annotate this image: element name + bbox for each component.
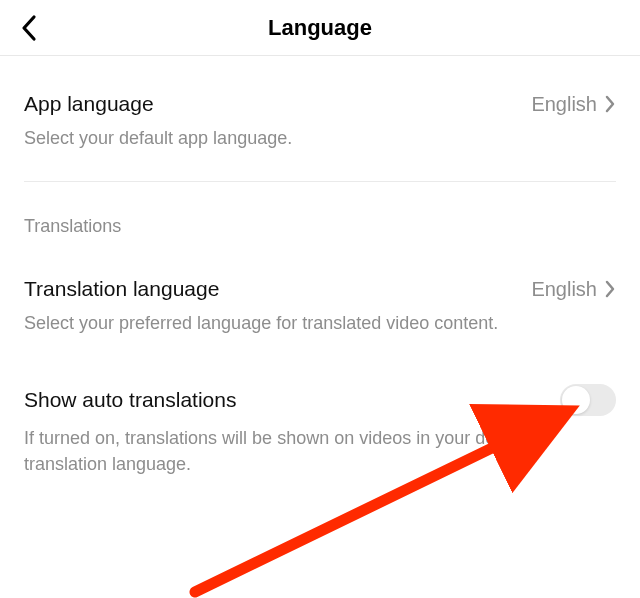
back-button[interactable] <box>20 14 38 42</box>
app-language-label: App language <box>24 92 154 116</box>
chevron-right-icon <box>605 280 616 298</box>
translation-language-row[interactable]: Translation language English <box>24 241 616 311</box>
translation-language-description: Select your preferred language for trans… <box>24 311 616 356</box>
app-language-description: Select your default app language. <box>24 126 616 171</box>
show-auto-translations-row: Show auto translations <box>24 356 616 426</box>
translations-section-title: Translations <box>24 182 616 241</box>
content: App language English Select your default… <box>0 56 640 497</box>
header: Language <box>0 0 640 56</box>
translation-language-label: Translation language <box>24 277 219 301</box>
page-title: Language <box>268 15 372 41</box>
toggle-knob <box>562 386 590 414</box>
show-auto-translations-toggle[interactable] <box>560 384 616 416</box>
translation-language-value-wrap: English <box>531 278 616 301</box>
show-auto-translations-label: Show auto translations <box>24 388 236 412</box>
app-language-row[interactable]: App language English <box>24 56 616 126</box>
app-language-value: English <box>531 93 597 116</box>
chevron-right-icon <box>605 95 616 113</box>
show-auto-translations-description: If turned on, translations will be shown… <box>24 426 616 496</box>
app-language-value-wrap: English <box>531 93 616 116</box>
chevron-left-icon <box>20 14 38 42</box>
translation-language-value: English <box>531 278 597 301</box>
